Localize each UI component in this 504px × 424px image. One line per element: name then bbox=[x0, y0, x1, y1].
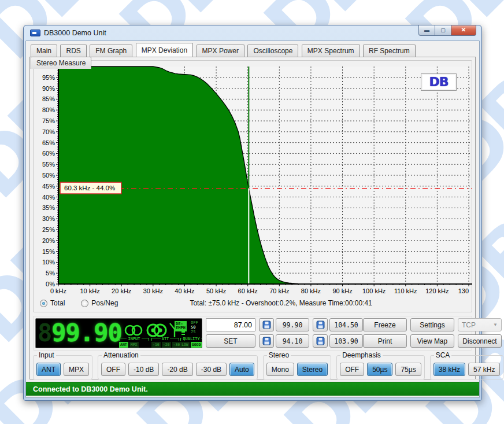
minimize-button[interactable]: ▬ bbox=[418, 25, 435, 36]
input-mpx-button[interactable]: MPX bbox=[64, 363, 89, 376]
save-preset-button[interactable] bbox=[259, 334, 274, 348]
svg-text:90%: 90% bbox=[42, 85, 55, 92]
db-logo: DB bbox=[421, 73, 457, 91]
save-preset-button[interactable] bbox=[313, 318, 328, 331]
preset-button-2[interactable]: 104.50 bbox=[329, 318, 363, 331]
att-auto-button[interactable]: Auto bbox=[229, 363, 254, 376]
sca-group: SCA 38 kHz 57 kHz bbox=[430, 355, 504, 379]
stereo-mono-button[interactable]: Mono bbox=[266, 363, 294, 376]
deemph-75us-button[interactable]: 75µs bbox=[395, 363, 421, 376]
vfd-att-20: -20 bbox=[162, 342, 171, 348]
svg-text:40 kHz: 40 kHz bbox=[175, 287, 194, 294]
preset-button-3[interactable]: 94.10 bbox=[276, 334, 309, 348]
mpx-deviation-page: 0%5%10%15%20%25%30%35%40%45%50%55%60%65%… bbox=[29, 57, 476, 379]
svg-text:130: 130 bbox=[458, 287, 469, 294]
posneg-radio[interactable] bbox=[81, 300, 88, 307]
close-button[interactable]: ✕ bbox=[451, 25, 476, 36]
svg-text:100 kHz: 100 kHz bbox=[362, 287, 386, 294]
freeze-button[interactable]: Freeze bbox=[363, 318, 407, 331]
total-radio[interactable] bbox=[40, 300, 47, 307]
frequency-input[interactable] bbox=[206, 318, 255, 331]
tab-rds[interactable]: RDS bbox=[60, 45, 86, 57]
input-group: Input ANT MPX bbox=[33, 355, 92, 379]
deemph-off-button[interactable]: OFF bbox=[340, 363, 364, 376]
tab-stereo-measure[interactable]: Stereo Measure bbox=[31, 57, 91, 69]
frequency-digits: 99.90 bbox=[51, 319, 121, 347]
status-text: Connected to DB3000 Demo Unit. bbox=[33, 385, 148, 393]
connection-mode-select[interactable]: TCP ▼ bbox=[458, 318, 502, 331]
svg-text:20%: 20% bbox=[42, 237, 55, 244]
svg-text:10%: 10% bbox=[42, 259, 55, 266]
window-title: DB3000 Demo Unit bbox=[44, 29, 106, 37]
att-off-button[interactable]: OFF bbox=[101, 363, 125, 376]
vfd-quality-good: GOOD bbox=[191, 342, 202, 348]
deemphasis-group: Deemphasis OFF 50µs 75µs bbox=[336, 355, 425, 379]
title-bar[interactable]: DB3000 Demo Unit ▬ ▢ ✕ bbox=[25, 25, 480, 40]
svg-text:45%: 45% bbox=[42, 183, 55, 190]
tab-mpx-power[interactable]: MPX Power bbox=[197, 45, 244, 57]
svg-text:95%: 95% bbox=[42, 74, 55, 81]
set-button[interactable]: SET bbox=[206, 334, 255, 348]
mpx-deviation-chart[interactable]: 0%5%10%15%20%25%30%35%40%45%50%55%60%65%… bbox=[34, 62, 472, 296]
chevron-down-icon: ▼ bbox=[493, 322, 498, 327]
svg-text:120 kHz: 120 kHz bbox=[425, 287, 449, 294]
svg-text:30%: 30% bbox=[42, 215, 55, 222]
svg-text:5%: 5% bbox=[46, 270, 55, 276]
svg-text:0%: 0% bbox=[46, 281, 55, 287]
vfd-att-10: -10 bbox=[151, 342, 161, 348]
att-10db-button[interactable]: -10 dB bbox=[128, 363, 159, 376]
stereo-group: Stereo Mono Stereo bbox=[263, 355, 331, 379]
tab-rf-spectrum[interactable]: RF Spectrum bbox=[363, 45, 416, 57]
sca-group-label: SCA bbox=[434, 351, 452, 359]
preset-button-1[interactable]: 99.90 bbox=[276, 318, 309, 331]
sca-38khz-button[interactable]: 38 kHz bbox=[433, 363, 465, 376]
print-button[interactable]: Print bbox=[363, 334, 407, 348]
vfd-input-block: INPUT ANT MPX bbox=[119, 337, 149, 348]
preset-button-4[interactable]: 103.90 bbox=[329, 334, 363, 348]
svg-text:35%: 35% bbox=[42, 204, 55, 211]
sca-57khz-button[interactable]: 57 kHz bbox=[468, 363, 500, 376]
floppy-save-icon bbox=[262, 337, 271, 345]
floppy-save-icon bbox=[262, 320, 271, 329]
disconnect-button[interactable]: Disconnect bbox=[458, 334, 502, 348]
option-groups-row: Input ANT MPX Attenuation OFF -10 dB -20… bbox=[33, 355, 472, 379]
tab-mpx-spectrum[interactable]: MPX Spectrum bbox=[302, 45, 360, 57]
measurement-summary: Total: ±75.0 kHz - Overshoot:0.2%, Measu… bbox=[190, 299, 372, 307]
tab-oscilloscope[interactable]: Oscilloscope bbox=[247, 45, 298, 57]
maximize-button[interactable]: ▢ bbox=[435, 25, 451, 36]
tab-main[interactable]: Main bbox=[31, 45, 57, 57]
vfd-display: 899.90 bbox=[35, 318, 202, 348]
att-30db-button[interactable]: -30 dB bbox=[196, 363, 227, 376]
stereo-swirl-icon bbox=[146, 322, 168, 338]
attenuation-group: Attenuation OFF -10 dB -20 dB -30 dB Aut… bbox=[98, 355, 258, 379]
input-ant-button[interactable]: ANT bbox=[36, 363, 61, 376]
deemph-50us-button[interactable]: 50µs bbox=[367, 363, 392, 376]
tab-mpx-deviation[interactable]: MPX Deviation bbox=[136, 43, 193, 57]
vfd-att-label: ATT bbox=[162, 337, 169, 341]
connection-mode-value: TCP bbox=[462, 321, 476, 329]
tab-fm-graph[interactable]: FM Graph bbox=[90, 45, 132, 57]
view-map-button[interactable]: View Map bbox=[410, 334, 454, 348]
deemph-75: 75 bbox=[191, 330, 198, 334]
settings-button[interactable]: Settings bbox=[410, 318, 454, 331]
svg-text:25%: 25% bbox=[42, 226, 55, 233]
svg-text:55%: 55% bbox=[42, 161, 55, 168]
svg-text:60%: 60% bbox=[42, 150, 55, 157]
vfd-quality-block: QUALITY LOW GOOD HI bbox=[180, 337, 202, 348]
input-group-label: Input bbox=[37, 351, 56, 359]
svg-text:60 kHz: 60 kHz bbox=[238, 287, 258, 294]
vfd-att-30: -30 bbox=[172, 342, 181, 348]
save-preset-button[interactable] bbox=[313, 334, 328, 348]
att-20db-button[interactable]: -20 dB bbox=[162, 363, 192, 376]
vfd-att-block: ATT -10 -20 -30 bbox=[151, 337, 179, 348]
client-area: Main RDS FM Graph MPX Deviation MPX Powe… bbox=[25, 40, 480, 398]
total-radio-label[interactable]: Total bbox=[50, 299, 65, 307]
svg-text:20 kHz: 20 kHz bbox=[112, 287, 131, 294]
svg-text:80%: 80% bbox=[42, 106, 55, 113]
save-preset-button[interactable] bbox=[259, 318, 274, 331]
deemphasis-group-label: Deemphasis bbox=[340, 351, 383, 359]
vfd-input-label: INPUT bbox=[128, 337, 140, 341]
stereo-stereo-button[interactable]: Stereo bbox=[297, 363, 328, 376]
posneg-radio-label[interactable]: Pos/Neg bbox=[91, 299, 118, 307]
svg-text:10 kHz: 10 kHz bbox=[80, 287, 99, 294]
